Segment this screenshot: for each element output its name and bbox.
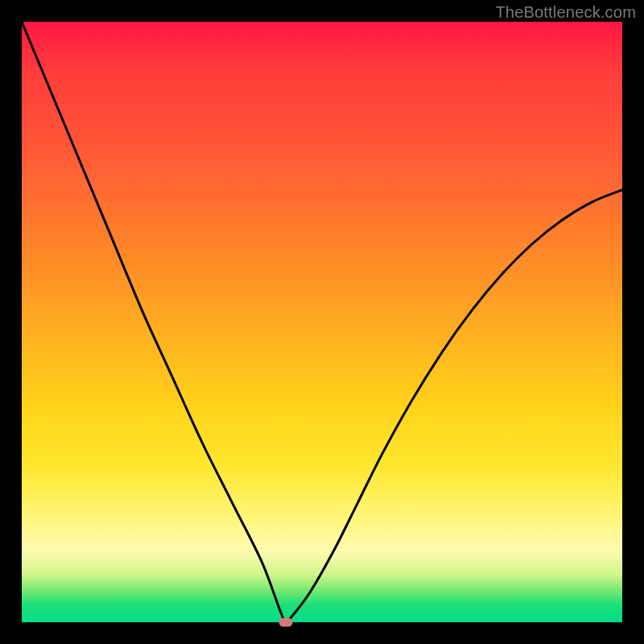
plot-area [22,22,622,622]
optimum-marker [279,618,293,627]
watermark-text: TheBottleneck.com [495,3,636,22]
curve-path [22,22,622,622]
bottleneck-curve [22,22,622,622]
chart-frame: TheBottleneck.com [0,0,644,644]
